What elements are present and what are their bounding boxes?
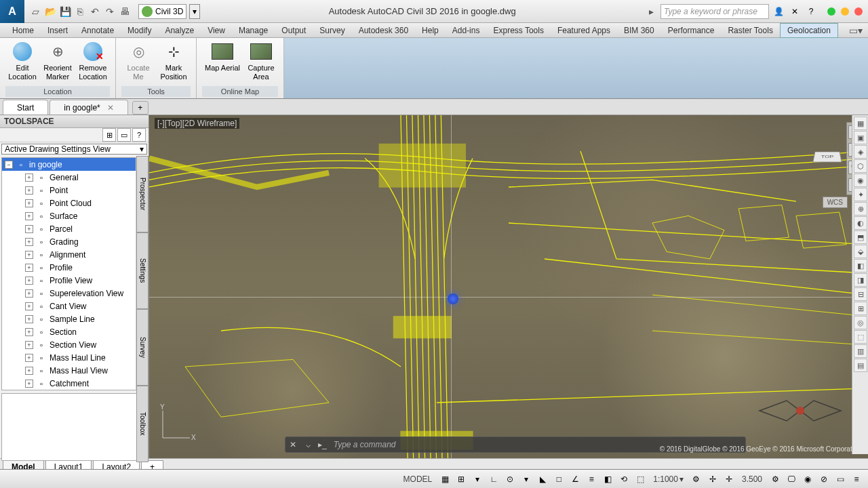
tree-expand-icon[interactable]: + xyxy=(25,277,33,285)
wcs-label[interactable]: WCS xyxy=(823,197,848,208)
osnap-icon[interactable]: □ xyxy=(553,473,565,485)
toolspace-btn2-icon[interactable]: ▭ xyxy=(117,128,131,142)
rt-icon-3[interactable]: ◈ xyxy=(854,145,867,159)
polar-dd-icon[interactable]: ▾ xyxy=(520,473,532,485)
viewcube[interactable]: TOP xyxy=(814,149,848,183)
tree-expand-icon[interactable]: + xyxy=(25,212,33,220)
tree-expand-icon[interactable]: + xyxy=(25,367,33,375)
map-aerial-button[interactable]: Map Aerial xyxy=(202,39,243,86)
side-tab-settings[interactable]: Settings xyxy=(136,232,149,309)
tree-expand-icon[interactable]: + xyxy=(25,225,33,233)
anno-vis-icon[interactable]: ✢ xyxy=(707,473,719,485)
menu-home[interactable]: Home xyxy=(5,23,41,38)
hardware-icon[interactable]: ◉ xyxy=(802,473,814,485)
mark-position-button[interactable]: ⊹MarkPosition xyxy=(157,39,191,86)
rt-icon-6[interactable]: ✦ xyxy=(854,188,867,201)
rt-icon-1[interactable]: ▦ xyxy=(854,117,867,130)
tree-expand-icon[interactable]: + xyxy=(25,302,33,310)
doc-tab-start[interactable]: Start xyxy=(3,100,48,115)
rt-icon-14[interactable]: ⊞ xyxy=(854,302,867,315)
tab-close-icon[interactable]: ✕ xyxy=(107,103,114,113)
tree-item-parcel[interactable]: +▫Parcel xyxy=(2,222,146,235)
menu-autodesk-360[interactable]: Autodesk 360 xyxy=(352,23,415,38)
anno-value[interactable]: 3.500 xyxy=(739,474,765,484)
tree-item-section[interactable]: +▫Section xyxy=(2,325,146,338)
tree-item-profile-view[interactable]: +▫Profile View xyxy=(2,274,146,287)
cycling-icon[interactable]: ⟲ xyxy=(618,473,630,485)
grid-icon[interactable]: ▦ xyxy=(439,473,451,485)
menu-analyze[interactable]: Analyze xyxy=(158,23,201,38)
tree-expand-icon[interactable]: + xyxy=(25,199,33,207)
tree-expand-icon[interactable]: + xyxy=(25,380,33,388)
remove-location-button[interactable]: RemoveLocation xyxy=(76,39,110,86)
command-recent-icon[interactable]: ⌵ xyxy=(300,440,315,449)
tree-item-general[interactable]: +▫General xyxy=(2,171,146,184)
exchange-icon[interactable]: ✕ xyxy=(788,5,802,18)
tree-expand-icon[interactable]: + xyxy=(25,251,33,259)
tree-expand-icon[interactable]: + xyxy=(25,341,33,349)
capture-area-button[interactable]: CaptureArea xyxy=(244,39,278,86)
rt-icon-16[interactable]: ⬚ xyxy=(854,330,867,344)
otrack-icon[interactable]: ∠ xyxy=(569,473,581,485)
plot-icon[interactable]: 🖶 xyxy=(118,5,132,18)
app-logo[interactable]: A xyxy=(0,0,24,23)
rt-icon-18[interactable]: ▤ xyxy=(854,359,867,372)
snap-icon[interactable]: ⊞ xyxy=(455,473,467,485)
side-tab-prospector[interactable]: Prospector xyxy=(136,156,149,232)
isolate-icon[interactable]: ⊘ xyxy=(818,473,830,485)
edit-location-button[interactable]: EditLocation xyxy=(5,39,39,86)
tree-expand-icon[interactable]: + xyxy=(25,328,33,336)
polar-icon[interactable]: ⊙ xyxy=(504,473,516,485)
model-space-toggle[interactable]: MODEL xyxy=(401,474,435,484)
toolspace-btn1-icon[interactable]: ⊞ xyxy=(102,128,116,142)
transparency-icon[interactable]: ◧ xyxy=(601,473,614,485)
menu-survey[interactable]: Survey xyxy=(313,23,351,38)
tree-expand-icon[interactable]: + xyxy=(25,264,33,272)
menu-geolocation[interactable]: Geolocation xyxy=(780,23,838,38)
rt-icon-8[interactable]: ◐ xyxy=(854,216,867,230)
saveas-icon[interactable]: ⎘ xyxy=(73,5,87,18)
tree-item-superelevation-view[interactable]: +▫Superelevation View xyxy=(2,287,146,300)
tree-expand-icon[interactable]: + xyxy=(25,289,33,298)
infocenter-icon[interactable]: 👤 xyxy=(772,5,785,18)
tree-item-point-cloud[interactable]: +▫Point Cloud xyxy=(2,197,146,209)
tree-item-grading[interactable]: +▫Grading xyxy=(2,235,146,248)
menu-raster-tools[interactable]: Raster Tools xyxy=(721,23,779,38)
tree-item-in-google[interactable]: −▫in google xyxy=(2,158,146,171)
reorient-marker-button[interactable]: ⊕ReorientMarker xyxy=(41,39,75,86)
menu-manage[interactable]: Manage xyxy=(232,23,275,38)
menu-modify[interactable]: Modify xyxy=(121,23,158,38)
rt-icon-15[interactable]: ◎ xyxy=(854,316,867,329)
toolspace-help-icon[interactable]: ? xyxy=(132,128,146,142)
menu-help[interactable]: Help xyxy=(415,23,446,38)
tree-item-cant-view[interactable]: +▫Cant View xyxy=(2,300,146,312)
clean-icon[interactable]: ▭ xyxy=(834,473,846,485)
workspace-dropdown-icon[interactable]: ▾ xyxy=(189,4,200,19)
maximize-icon[interactable] xyxy=(841,7,849,16)
tree-item-catchment[interactable]: +▫Catchment xyxy=(2,377,146,390)
ortho-icon[interactable]: ∟ xyxy=(488,473,500,485)
lineweight-icon[interactable]: ≡ xyxy=(585,473,597,485)
rt-icon-13[interactable]: ⊟ xyxy=(854,287,867,301)
menu-annotate[interactable]: Annotate xyxy=(75,23,121,38)
tree-item-sample-line[interactable]: +▫Sample Line xyxy=(2,312,146,325)
rt-icon-10[interactable]: ⬙ xyxy=(854,245,867,258)
tree-item-profile[interactable]: +▫Profile xyxy=(2,261,146,274)
help-icon[interactable]: ? xyxy=(804,5,818,18)
help-search-input[interactable]: Type a keyword or phrase xyxy=(660,4,769,19)
tree-expand-icon[interactable]: + xyxy=(25,186,33,195)
tree-expand-icon[interactable]: + xyxy=(25,238,33,246)
tree-item-alignment[interactable]: +▫Alignment xyxy=(2,248,146,261)
rt-icon-5[interactable]: ◉ xyxy=(854,174,867,187)
gear-icon[interactable]: ⚙ xyxy=(690,473,703,485)
undo-icon[interactable]: ↶ xyxy=(88,5,102,18)
tree-expand-icon[interactable]: + xyxy=(25,354,33,362)
customize-icon[interactable]: ≡ xyxy=(850,473,863,485)
menu-view[interactable]: View xyxy=(201,23,232,38)
tree-item-mass-haul-line[interactable]: +▫Mass Haul Line xyxy=(2,351,146,364)
doc-tab-in-google-[interactable]: in google*✕ xyxy=(50,100,127,115)
close-icon[interactable] xyxy=(854,7,863,16)
open-icon[interactable]: 📂 xyxy=(43,5,57,18)
menu-featured-apps[interactable]: Featured Apps xyxy=(551,23,617,38)
menu-output[interactable]: Output xyxy=(275,23,313,38)
